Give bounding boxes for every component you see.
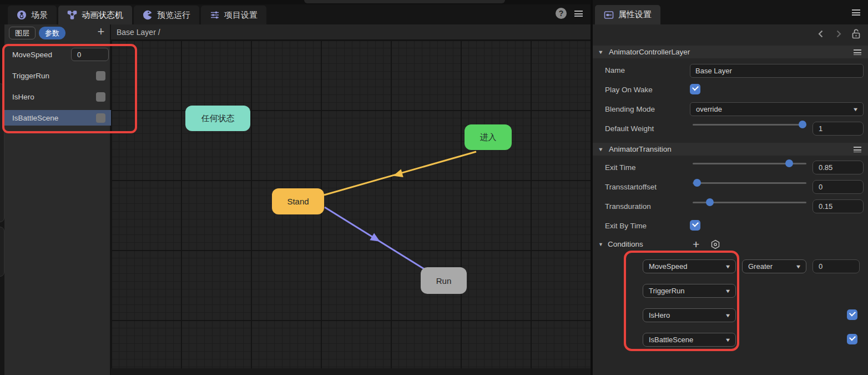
collapse-triangle-icon[interactable]: ▼ [598,147,604,152]
project-settings-icon [210,10,220,20]
chevron-down-icon: ▼ [725,313,731,318]
properties-icon [604,10,614,20]
state-node-enter[interactable]: 进入 [465,124,512,150]
default-weight-slider[interactable] [693,120,806,129]
transition-arrowhead [370,233,382,245]
chevron-down-icon: ▼ [725,337,731,343]
collapsed-panel-edge [0,227,4,277]
tab-properties[interactable]: 属性设置 [595,5,660,24]
tab-project-settings[interactable]: 项目设置 [201,6,266,24]
condition-param-dropdown[interactable]: IsBattleScene ▼ [643,333,736,347]
state-node-any-state[interactable]: 任何状态 [185,106,250,131]
condition-bool-checkbox[interactable] [847,309,857,320]
collapse-triangle-icon[interactable]: ▼ [598,242,603,247]
params-tab-button[interactable]: 参数 [39,27,65,39]
section-animator-controller-layer[interactable]: ▼ AnimatorControllerLayer [593,46,868,58]
exit-time-input[interactable] [813,161,864,174]
condition-bool-checkbox[interactable] [847,334,857,344]
condition-param-dropdown[interactable]: TriggerRun ▼ [643,284,736,298]
condition-param-dropdown[interactable]: MoveSpeed ▼ [643,259,736,273]
slider-thumb[interactable] [799,121,806,128]
condition-operator-dropdown[interactable]: Greater ▼ [742,259,806,273]
param-name: IsBattleScene [12,114,58,122]
collapse-triangle-icon[interactable]: ▼ [598,49,604,55]
chevron-left-icon[interactable] [816,29,826,39]
blending-mode-value: override [696,105,722,113]
blending-mode-dropdown[interactable]: override ▼ [690,102,864,116]
param-name: MoveSpeed [12,51,52,59]
collapsed-panel-edge [0,83,4,222]
add-condition-button[interactable]: + [693,238,699,251]
trans-start-offset-label: Transstartoffset [605,183,657,191]
exit-by-time-checkbox[interactable] [690,220,700,231]
add-parameter-button[interactable]: + [94,24,108,39]
trans-start-offset-slider[interactable] [693,178,806,187]
section-menu-icon[interactable] [854,147,861,152]
trans-duration-input[interactable] [813,199,864,213]
condition-param-value: IsHero [649,311,670,319]
panel-menu-icon[interactable] [852,9,860,16]
exit-time-label: Exit Time [605,163,636,172]
parameters-toolbar: 图层 参数 + [4,24,110,44]
param-row-movespeed[interactable]: MoveSpeed [4,47,111,62]
tab-animator-state-machine[interactable]: 动画状态机 [58,6,132,24]
tab-preview-run[interactable]: 预览运行 [134,6,199,24]
default-weight-label: Default Weight [605,124,654,133]
slider-track [693,124,806,126]
state-machine-canvas[interactable]: 任何状态 进入 Stand Run [111,40,591,368]
param-row-triggerrun[interactable]: TriggerRun [4,68,111,83]
tab-scene-label: 场景 [31,10,48,21]
breadcrumb[interactable]: Base Layer / [117,28,160,37]
section-animator-transition[interactable]: ▼ AnimatorTransition [593,143,868,156]
trans-start-offset-input[interactable] [813,180,864,194]
tab-properties-label: 属性设置 [618,9,652,20]
help-icon[interactable]: ? [556,8,567,19]
trans-duration-slider[interactable] [693,198,806,207]
slider-thumb[interactable] [693,179,701,187]
chevron-down-icon: ▼ [725,264,731,269]
param-row-ishero[interactable]: IsHero [4,89,111,104]
properties-panel: 属性设置 ▼ AnimatorControllerLayer Name Play… [593,0,868,375]
trans-duration-label: Transduration [605,202,651,211]
param-name: IsHero [12,93,34,101]
conditions-header[interactable]: ▼ Conditions [593,240,643,248]
hexagon-settings-icon[interactable] [710,239,720,249]
transition-edges [111,40,591,368]
parameter-list: MoveSpeed TriggerRun IsHero IsBattleScen… [4,47,111,131]
exit-time-slider[interactable] [693,159,806,168]
chevron-down-icon: ▼ [795,264,802,269]
state-node-stand[interactable]: Stand [272,188,324,214]
state-node-run[interactable]: Run [421,267,467,294]
param-checkbox[interactable] [96,113,105,123]
param-row-isbattlescene[interactable]: IsBattleScene [4,110,111,126]
layers-tab-button[interactable]: 图层 [9,27,36,39]
lock-icon[interactable] [851,28,861,39]
play-on-wake-label: Play On Wake [605,86,653,94]
chevron-down-icon: ▼ [852,107,859,112]
tab-scene[interactable]: 场景 [8,6,57,24]
browser-tab-remnant [304,0,505,3]
tab-preview-label: 预览运行 [157,10,190,21]
slider-thumb[interactable] [706,198,714,206]
state-machine-icon [67,10,77,20]
param-checkbox[interactable] [96,71,105,81]
default-weight-input[interactable] [813,122,864,136]
main-tabbar: 场景 动画状态机 预览运行 项目设置 ? [0,4,591,24]
condition-param-value: MoveSpeed [649,262,687,271]
play-on-wake-checkbox[interactable] [690,84,700,94]
condition-param-dropdown[interactable]: IsHero ▼ [643,308,736,322]
layer-name-input[interactable] [690,64,864,78]
properties-tabbar: 属性设置 [593,0,868,24]
condition-value-input[interactable] [813,259,860,273]
left-collapsed-edge [0,24,4,375]
menu-icon[interactable] [574,11,583,17]
condition-param-value: IsBattleScene [649,336,693,344]
section-menu-icon[interactable] [854,49,861,55]
param-value-input[interactable] [71,48,109,61]
chevron-right-icon[interactable] [834,29,844,39]
param-checkbox[interactable] [96,92,105,102]
tab-project-label: 项目设置 [224,10,258,21]
slider-thumb[interactable] [785,159,793,167]
name-label: Name [605,66,625,74]
section-title: AnimatorControllerLayer [609,48,690,56]
